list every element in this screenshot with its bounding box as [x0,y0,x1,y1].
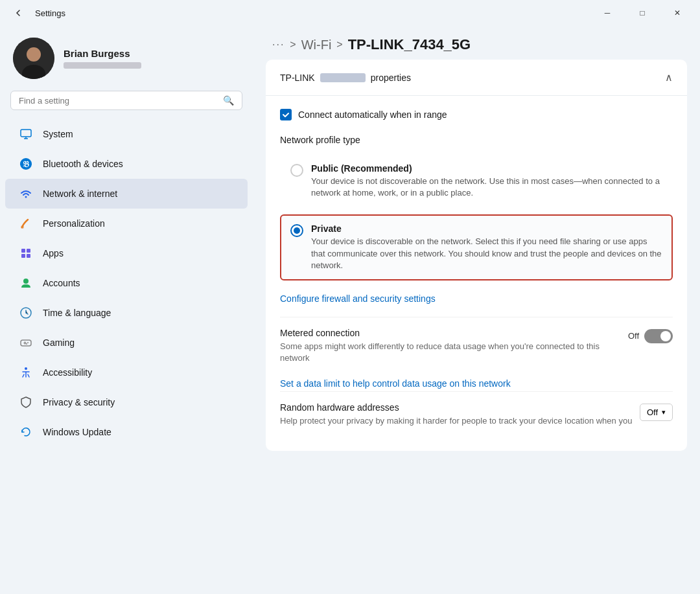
random-hw-title: Random hardware addresses [280,402,632,413]
gaming-label: Gaming [43,337,75,348]
content-panel: TP-LINK properties ∧ Connect automatical… [253,60,700,594]
random-hw-desc: Help protect your privacy by making it h… [280,415,632,427]
private-radio-desc: Your device is discoverable on the netwo… [311,236,662,271]
network-label: Network & internet [43,188,117,199]
svg-text:𝔅: 𝔅 [23,159,29,169]
sidebar-item-personalization[interactable]: Personalization [5,209,248,238]
properties-prefix: TP-LINK [280,73,315,83]
random-hw-row: Random hardware addresses Help protect y… [280,391,673,437]
svg-rect-11 [27,254,30,258]
properties-body: Connect automatically when in range Netw… [266,96,687,451]
breadcrumb-wifi[interactable]: Wi-Fi [301,38,332,52]
network-profile-label: Network profile type [280,135,673,145]
sidebar-item-privacy[interactable]: Privacy & security [5,387,248,417]
chevron-down-icon: ▾ [662,408,666,417]
search-input[interactable] [19,96,218,106]
firewall-link[interactable]: Configure firewall and security settings [280,293,436,304]
auto-connect-checkbox[interactable] [280,109,292,120]
back-button[interactable] [8,3,29,23]
gaming-icon [18,335,34,350]
sidebar-item-gaming[interactable]: Gaming [5,328,248,358]
breadcrumb-dots[interactable]: ··· [272,39,285,51]
app-title: Settings [35,8,65,18]
search-box[interactable]: 🔍 [10,91,242,110]
sidebar-item-apps[interactable]: Apps [5,238,248,268]
time-label: Time & language [43,308,111,318]
sidebar-item-bluetooth[interactable]: 𝔅 Bluetooth & devices [5,149,248,179]
breadcrumb-sep1: > [290,39,296,51]
person-icon [18,275,34,291]
breadcrumb-current: TP-LINK_7434_5G [348,36,471,53]
sidebar-item-network[interactable]: Network & internet [5,179,248,209]
bluetooth-label: Bluetooth & devices [43,159,123,169]
svg-point-1 [27,47,41,62]
minimize-button[interactable]: ─ [592,3,622,23]
user-profile[interactable]: Brian Burgess [0,26,253,91]
network-icon [18,186,34,201]
user-name: Brian Burgess [64,48,141,59]
auto-connect-row[interactable]: Connect automatically when in range [280,109,673,120]
svg-point-12 [23,279,29,284]
personalization-label: Personalization [43,218,105,229]
random-hw-dropdown-value: Off [647,407,658,417]
breadcrumb: ··· > Wi-Fi > TP-LINK_7434_5G [253,26,700,60]
public-radio-text: Public (Recommended) Your device is not … [311,163,662,199]
public-radio-title: Public (Recommended) [311,163,662,174]
metered-toggle-wrap: Off [628,329,673,343]
svg-rect-8 [21,249,25,253]
svg-point-16 [26,343,27,345]
private-radio-text: Private Your device is discoverable on t… [311,223,662,271]
metered-title: Metered connection [280,328,628,338]
close-button[interactable]: ✕ [662,3,692,23]
metered-toggle-label: Off [628,331,639,341]
sidebar-item-update[interactable]: Windows Update [5,417,248,447]
random-hw-dropdown[interactable]: Off ▾ [640,404,673,421]
refresh-icon [18,424,34,440]
private-radio-button[interactable] [290,224,303,237]
metered-connection-row: Metered connection Some apps might work … [280,317,673,374]
svg-point-7 [21,225,24,229]
svg-rect-9 [27,249,30,253]
ssid-blur [320,73,366,82]
svg-point-17 [25,367,27,370]
auto-connect-label: Connect automatically when in range [298,109,447,120]
metered-desc: Some apps might work differently to redu… [280,341,628,364]
svg-point-6 [25,196,27,198]
public-radio-option[interactable]: Public (Recommended) Your device is not … [280,154,673,208]
breadcrumb-sep2: > [336,39,342,51]
sidebar: Brian Burgess 🔍 System 𝔅 Bluetooth & dev… [0,26,253,594]
accounts-label: Accounts [43,278,80,288]
svg-rect-3 [21,130,31,137]
user-info: Brian Burgess [64,48,141,69]
privacy-label: Privacy & security [43,397,115,407]
sidebar-item-accessibility[interactable]: Accessibility [5,358,248,387]
metered-toggle[interactable] [644,329,673,343]
maximize-button[interactable]: □ [627,3,657,23]
monitor-icon [18,126,34,142]
private-radio-option[interactable]: Private Your device is discoverable on t… [280,214,673,280]
bluetooth-icon: 𝔅 [18,156,34,172]
sidebar-item-system[interactable]: System [5,119,248,149]
data-limit-link[interactable]: Set a data limit to help control data us… [280,378,511,389]
update-label: Windows Update [43,427,111,437]
properties-title: TP-LINK properties [280,73,411,83]
public-radio-button[interactable] [290,164,303,177]
app-body: Brian Burgess 🔍 System 𝔅 Bluetooth & dev… [0,26,700,594]
chevron-up-icon: ∧ [665,71,673,84]
sidebar-item-time[interactable]: Time & language [5,298,248,328]
properties-header[interactable]: TP-LINK properties ∧ [266,60,687,96]
sidebar-item-accounts[interactable]: Accounts [5,268,248,298]
clock-icon [18,305,34,321]
titlebar: Settings ─ □ ✕ [0,0,700,26]
svg-point-15 [27,342,29,343]
shield-icon [18,394,34,410]
public-radio-desc: Your device is not discoverable on the n… [311,176,662,199]
apps-label: Apps [43,248,64,258]
window-controls: ─ □ ✕ [592,3,692,23]
brush-icon [18,216,34,231]
accessibility-icon [18,365,34,380]
accessibility-label: Accessibility [43,367,92,378]
metered-text: Metered connection Some apps might work … [280,328,628,364]
titlebar-left: Settings [8,3,65,23]
user-subtitle [64,62,141,69]
